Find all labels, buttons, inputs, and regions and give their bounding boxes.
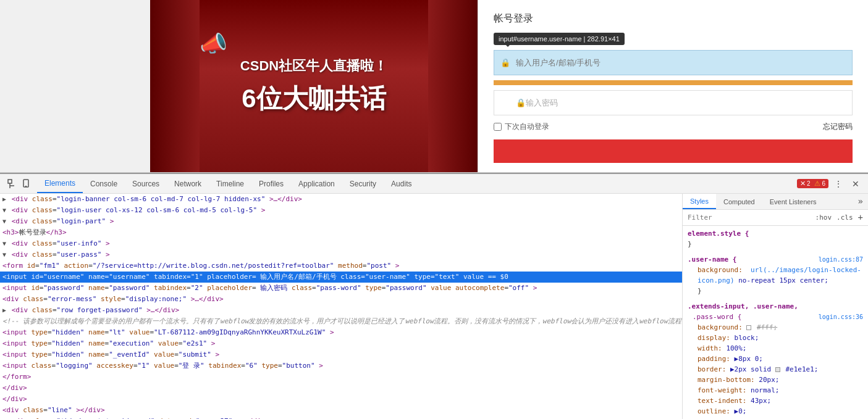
lock-icon: 🔒 [500,58,510,67]
collapse-arrow[interactable]: ▼ [2,240,6,247]
html-line[interactable]: ▶ <div class="third-part tracking-ad" da… [0,416,682,419]
more-options-icon[interactable]: ⋮ [831,176,846,191]
style-block-extends: .extends-input, .user-name, login.css:36… [688,301,863,419]
device-icon[interactable] [20,176,35,191]
html-line[interactable]: <div class="error-mess" style="display:n… [0,294,682,305]
html-line[interactable]: <input type="hidden" name="_eventId" val… [0,349,682,360]
style-prop-width: width: 100%; [697,343,863,354]
forgot-link[interactable]: 忘记密码 [823,122,853,132]
devtools-toolbar: Elements Console Sources Network Timelin… [0,174,868,194]
style-prop-padding: padding: ▶8px 0; [697,354,863,364]
html-line-comment: <!-- 该参数可以理解成每个需要登录的用户都有一个流水号。只有有了webflo… [0,316,682,327]
html-line[interactable]: <input type="hidden" name="lt" value="LT… [0,327,682,338]
tab-security[interactable]: Security [342,174,384,193]
html-line[interactable]: ▼ <div class="user-pass" > [0,249,682,260]
toolbar-right: ✕ 2 ⚠ 6 ⋮ ✕ [797,176,863,191]
styles-tab-styles[interactable]: Styles [683,194,716,209]
preview-area: 📣 CSDN社区牛人直播啦！ 6位大咖共话 帐号登录 input#usernam… [0,0,868,173]
styles-content: element.style { } .user-name { login.css… [683,226,868,419]
tab-console[interactable]: Console [83,174,125,193]
style-block-username: .user-name { login.css:87 background: ur… [688,254,863,296]
remember-checkbox[interactable] [494,123,502,131]
svg-rect-4 [25,186,27,187]
style-prop-display: display: block; [697,333,863,343]
style-prop-text-indent: text-indent: 43px; [697,396,863,406]
error-badge: ✕ 2 ⚠ 6 [797,179,828,188]
html-line[interactable]: <form id="fm1" action="/?service=http://… [0,260,682,272]
html-line[interactable]: <input type="hidden" name="execution" va… [0,338,682,349]
style-prop-font-size: font-size: 1.25em; [697,417,863,419]
pseudo-hov[interactable]: :hov [815,212,832,223]
styles-panel: Styles Computed Event Listeners » :hov .… [683,194,868,419]
tab-network[interactable]: Network [167,174,209,193]
style-prop-border: border: ▶2px solid #e1e1e1; [697,364,863,375]
styles-tab-computed[interactable]: Computed [716,194,762,209]
collapse-arrow[interactable]: ▶ [2,196,6,202]
login-title: 帐号登录 [494,12,853,25]
devtools-tabs: Elements Console Sources Network Timelin… [37,174,419,193]
tab-profiles[interactable]: Profiles [251,174,291,193]
collapse-arrow[interactable]: ▼ [2,251,6,258]
pseudo-cls[interactable]: .cls [836,212,853,223]
username-field-preview: 🔒 输入用户名/邮箱/手机号 [494,50,853,75]
tab-application[interactable]: Application [291,174,342,193]
style-prop-font-weight: font-weight: normal; [697,385,863,396]
collapse-arrow[interactable]: ▼ [2,218,6,225]
styles-filter-input[interactable] [688,214,811,222]
tooltip-box: input#username.user-name | 282.91×41 [494,33,625,45]
orange-bar [494,80,853,85]
preview-title: CSDN社区牛人直播啦！ [240,57,387,75]
preview-banner: 📣 CSDN社区牛人直播啦！ 6位大咖共话 [150,0,478,172]
style-prop-bg-crossed: background: #fff; [697,322,863,333]
remember-row: 下次自动登录 忘记密码 [494,122,853,132]
html-line[interactable]: ▶ <div class="row forget-password" >…</d… [0,305,682,316]
remember-label: 下次自动登录 [505,122,549,132]
styles-more-icon[interactable]: » [853,194,868,209]
color-swatch-white [746,325,751,330]
devtools: Elements Console Sources Network Timelin… [0,173,868,419]
collapse-arrow[interactable]: ▶ [2,307,6,313]
html-line[interactable]: ▼ <div class="user-info" > [0,238,682,249]
html-line[interactable]: </div> [0,383,682,394]
collapse-arrow[interactable]: ▼ [2,207,6,214]
style-close: } [688,239,863,249]
devtools-body: ▶ <div class="login-banner col-sm-6 col-… [0,194,868,419]
html-line[interactable]: </div> [0,394,682,405]
color-swatch-border [775,367,780,372]
tab-elements[interactable]: Elements [37,174,83,193]
html-line[interactable]: ▼ <div class="login-user col-xs-12 col-s… [0,205,682,216]
megaphone-icon: 📣 [200,31,227,57]
html-line[interactable]: </form> [0,371,682,383]
svg-rect-0 [8,180,12,183]
html-line[interactable]: ▼ <div class="login-part" > [0,216,682,227]
inspect-icon[interactable] [5,176,20,191]
html-line[interactable]: ▶ <div class="login-banner col-sm-6 col-… [0,194,682,205]
password-field-preview: 🔒 输入密码 [494,90,853,115]
html-line[interactable]: <input class="logging" accesskey="1" val… [0,360,682,371]
styles-filter-row: :hov .cls + [683,210,868,226]
tab-sources[interactable]: Sources [125,174,167,193]
style-selector-username: .user-name { login.css:87 [688,254,863,265]
tab-audits[interactable]: Audits [384,174,419,193]
html-line[interactable]: <div class="line" ></div> [0,405,682,416]
html-line[interactable]: <input id="password" name="password" tab… [0,283,682,294]
preview-subtitle: 6位大咖共话 [242,81,386,116]
html-line[interactable]: <h3>帐号登录</h3> [0,227,682,238]
add-style-icon[interactable]: + [858,212,863,223]
remember-left: 下次自动登录 [494,122,549,132]
password-lock-icon: 🔒 [516,98,526,107]
style-block-element: element.style { } [688,228,863,249]
elements-panel[interactable]: ▶ <div class="login-banner col-sm-6 col-… [0,194,683,419]
username-placeholder: 输入用户名/邮箱/手机号 [516,57,600,68]
login-panel: 帐号登录 input#username.user-name | 282.91×4… [478,0,868,172]
styles-panel-tabs: Styles Computed Event Listeners » [683,194,868,210]
close-devtools-icon[interactable]: ✕ [848,176,863,191]
login-button-preview[interactable] [494,139,853,163]
tab-timeline[interactable]: Timeline [209,174,251,193]
style-close-brace: } [697,286,863,296]
style-prop-background: background: url(../images/login-locked-i… [697,265,863,286]
html-line-selected[interactable]: <input id="username" name="username" tab… [0,272,682,283]
styles-tab-event-listeners[interactable]: Event Listeners [762,194,824,209]
style-selector-extends: .extends-input, .user-name, login.css:36 [688,301,863,312]
style-selector-element: element.style { [688,228,863,239]
